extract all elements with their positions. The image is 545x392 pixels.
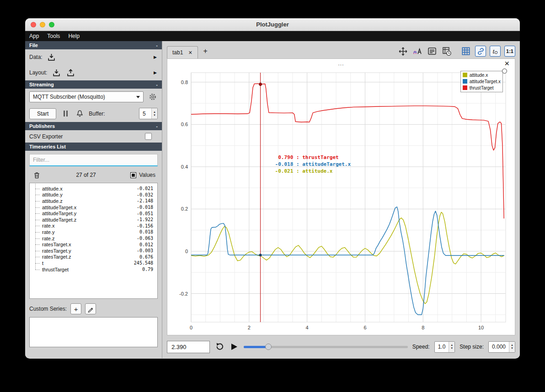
trash-icon[interactable] bbox=[32, 170, 42, 180]
section-title: Timeseries List bbox=[29, 144, 66, 149]
x-tick-label: 4 bbox=[306, 325, 309, 330]
timeseries-item[interactable]: attitudeTarget.z-1.922 bbox=[31, 217, 156, 223]
chart-canvas[interactable]: 0246810-0.200.20.40.60.8 bbox=[171, 68, 511, 333]
timeseries-item[interactable]: attitudeTarget.x-0.018 bbox=[31, 204, 156, 211]
plot-splitter-dots[interactable]: ... bbox=[338, 60, 344, 67]
csv-exporter-checkbox[interactable] bbox=[145, 133, 152, 140]
section-header-timeseries[interactable]: Timeseries List bbox=[25, 143, 162, 151]
spin-buttons: ▲ ▼ bbox=[509, 342, 515, 352]
streaming-source-value: MQTT Subscriber (Mosquitto) bbox=[33, 94, 105, 100]
tracker-readout: 0.790 : thrustTarget-0.018 : attitudeTar… bbox=[275, 154, 351, 175]
timeseries-item[interactable]: rate.z-0.063 bbox=[31, 235, 156, 242]
step-size-label: Step size: bbox=[460, 344, 484, 350]
timeline-slider[interactable] bbox=[244, 341, 408, 353]
section-title: File bbox=[29, 42, 38, 48]
play-icon[interactable] bbox=[229, 342, 239, 352]
timeseries-value: -0.021 bbox=[137, 186, 153, 191]
menu-help[interactable]: Help bbox=[64, 33, 84, 39]
new-tab-button[interactable]: + bbox=[198, 46, 213, 56]
menu-tools[interactable]: Tools bbox=[43, 33, 64, 39]
legend-list-icon[interactable] bbox=[427, 46, 438, 57]
spin-up-icon[interactable]: ▲ bbox=[152, 111, 157, 114]
buffer-spinbox[interactable]: 5 ▲ ▼ bbox=[139, 108, 158, 119]
slider-handle[interactable] bbox=[265, 344, 272, 350]
section-header-file[interactable]: File - bbox=[25, 41, 162, 49]
values-toggle[interactable]: Values bbox=[130, 172, 155, 178]
data-expand-arrow-icon[interactable]: ▶ bbox=[154, 55, 157, 59]
plot-legend[interactable]: attitude.xattitudeTarget.xthrustTarget bbox=[460, 71, 503, 92]
plot-panel: ... × 0246810-0.200.20.40.60.8 attitude.… bbox=[167, 58, 515, 335]
gear-icon[interactable] bbox=[148, 92, 158, 102]
slider-track[interactable] bbox=[244, 346, 408, 348]
legend-swatch-icon bbox=[463, 73, 467, 77]
window-minimize-button[interactable] bbox=[40, 22, 45, 27]
bell-icon[interactable] bbox=[75, 109, 85, 119]
timeseries-item[interactable]: rate.y0.018 bbox=[31, 229, 156, 235]
sidebar: File - Data: ▶ Layout: bbox=[25, 41, 162, 358]
step-size-spinbox[interactable]: 0.000 ▲ ▼ bbox=[488, 341, 515, 353]
spin-buttons: ▲ ▼ bbox=[151, 108, 157, 119]
csv-exporter-row: CSV Exporter bbox=[25, 130, 162, 143]
collapse-icon: - bbox=[156, 82, 158, 87]
tab-label: tab1 bbox=[172, 49, 183, 56]
save-layout-icon[interactable] bbox=[65, 68, 75, 78]
plot-corner-handle-icon[interactable] bbox=[502, 69, 507, 74]
spin-up-icon[interactable]: ▲ bbox=[509, 344, 515, 347]
timeseries-list[interactable]: attitude.x-0.021attitude.y-0.032attitude… bbox=[29, 183, 158, 299]
spin-down-icon[interactable]: ▼ bbox=[152, 114, 157, 117]
speed-spinbox[interactable]: 1.0 ▲ ▼ bbox=[434, 341, 455, 353]
streaming-controls-row: Start Buffer: 5 ▲ ▼ bbox=[25, 105, 162, 122]
aspect-ratio-icon[interactable]: 1:1 bbox=[504, 46, 515, 57]
edit-custom-series-button[interactable] bbox=[85, 303, 96, 314]
legend-entry[interactable]: thrustTarget bbox=[463, 85, 501, 91]
window-zoom-button[interactable] bbox=[49, 22, 54, 27]
plot-close-icon[interactable]: × bbox=[504, 59, 509, 68]
timeseries-item[interactable]: ratesTarget.x0.012 bbox=[31, 241, 156, 248]
timeseries-item[interactable]: attitudeTarget.y-0.051 bbox=[31, 210, 156, 217]
datetime-icon[interactable] bbox=[441, 46, 452, 57]
data-label: Data: bbox=[29, 54, 43, 60]
spin-down-icon[interactable]: ▼ bbox=[509, 347, 515, 350]
timeseries-value: 0.676 bbox=[139, 254, 153, 260]
timeseries-item[interactable]: rate.x-0.156 bbox=[31, 223, 156, 229]
spin-down-icon[interactable]: ▼ bbox=[449, 347, 454, 350]
tracker-readout-line: -0.018 : attitudeTarget.x bbox=[275, 161, 351, 168]
link-icon[interactable] bbox=[475, 46, 486, 57]
menu-bar: AppToolsHelp bbox=[25, 31, 520, 41]
timeseries-item[interactable]: attitude.z-2.148 bbox=[31, 198, 156, 204]
timeseries-item[interactable]: attitude.y-0.032 bbox=[31, 192, 156, 198]
grid-icon[interactable] bbox=[460, 46, 471, 57]
tab-tab1[interactable]: tab1 × bbox=[167, 46, 198, 58]
timeseries-item[interactable]: ratesTarget.z0.676 bbox=[31, 254, 156, 260]
series-thrustTarget bbox=[191, 84, 504, 218]
spin-up-icon[interactable]: ▲ bbox=[449, 344, 454, 347]
loop-icon[interactable] bbox=[214, 342, 224, 352]
text-style-icon[interactable] bbox=[412, 46, 423, 57]
menu-app[interactable]: App bbox=[25, 33, 43, 39]
legend-entry[interactable]: attitudeTarget.x bbox=[463, 78, 501, 85]
load-data-icon[interactable] bbox=[47, 52, 57, 62]
timeseries-item[interactable]: t245.548 bbox=[31, 260, 156, 266]
pause-icon[interactable] bbox=[60, 109, 70, 119]
add-custom-series-button[interactable]: + bbox=[70, 303, 81, 314]
buffer-label: Buffer: bbox=[89, 111, 105, 117]
section-header-publishers[interactable]: Publishers - bbox=[25, 122, 162, 130]
timeseries-item[interactable]: thrustTarget0.79 bbox=[31, 266, 156, 273]
pan-zoom-icon[interactable] bbox=[397, 46, 408, 57]
timeseries-item[interactable]: ratesTarget.y-0.003 bbox=[31, 248, 156, 254]
load-layout-icon[interactable] bbox=[51, 68, 61, 78]
legend-entry[interactable]: attitude.x bbox=[463, 72, 501, 78]
streaming-source-select[interactable]: MQTT Subscriber (Mosquitto) bbox=[29, 91, 144, 102]
time-offset-icon[interactable]: tO bbox=[490, 46, 501, 57]
section-header-streaming[interactable]: Streaming - bbox=[25, 80, 162, 89]
timeseries-value: -0.051 bbox=[137, 211, 153, 216]
layout-expand-arrow-icon[interactable]: ▶ bbox=[154, 70, 157, 75]
screenshot-stage: PlotJuggler AppToolsHelp File - Data: ▶ bbox=[0, 0, 545, 392]
window-close-button[interactable] bbox=[31, 22, 36, 27]
timeseries-item[interactable]: attitude.x-0.021 bbox=[31, 185, 156, 192]
filter-input[interactable] bbox=[29, 154, 158, 166]
start-button[interactable]: Start bbox=[29, 108, 56, 119]
tab-close-icon[interactable]: × bbox=[188, 50, 192, 55]
current-time-field[interactable]: 2.390 bbox=[167, 341, 210, 353]
timeseries-name: ratesTarget.z bbox=[42, 254, 139, 260]
